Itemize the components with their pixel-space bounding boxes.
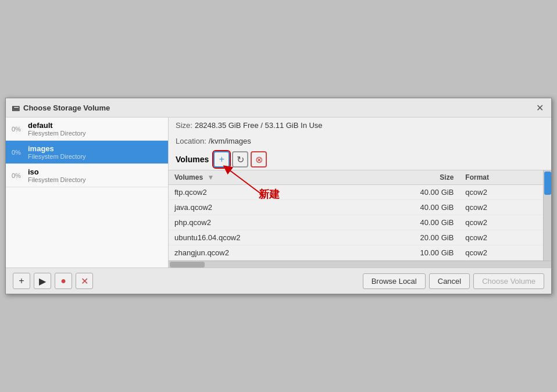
pool-item-default[interactable]: 0% default Filesystem Directory xyxy=(6,117,168,141)
pool-name-iso: iso xyxy=(28,168,86,176)
volume-name: java.qcow2 xyxy=(169,200,352,215)
pool-add-button[interactable]: + xyxy=(13,273,30,289)
volume-format: qcow2 xyxy=(459,185,543,200)
size-value: 28248.35 GiB Free / 53.11 GiB In Use xyxy=(195,121,323,130)
choose-volume-button[interactable]: Choose Volume xyxy=(473,273,544,289)
table-row[interactable]: ftp.qcow2 40.00 GiB qcow2 xyxy=(169,185,543,200)
refresh-button[interactable]: ↻ xyxy=(232,151,248,168)
col-format: Format xyxy=(459,170,543,185)
pool-item-images[interactable]: 0% images Filesystem Directory xyxy=(6,141,168,164)
location-row: Location: /kvm/images xyxy=(169,133,551,149)
dialog-title: Choose Storage Volume xyxy=(23,104,110,112)
location-value: /kvm/images xyxy=(209,137,251,145)
volume-size: 40.00 GiB xyxy=(352,200,459,215)
stop-pool-button[interactable]: ⊗ xyxy=(251,151,267,168)
browse-local-button[interactable]: Browse Local xyxy=(363,273,426,289)
table-row[interactable]: ubuntu16.04.qcow2 20.00 GiB qcow2 xyxy=(169,230,543,245)
pool-name-images: images xyxy=(28,144,86,153)
volume-name: zhangjun.qcow2 xyxy=(169,245,352,261)
volumes-label: Volumes xyxy=(176,155,209,164)
table-row[interactable]: java.qcow2 40.00 GiB qcow2 xyxy=(169,200,543,215)
horizontal-scrollbar[interactable] xyxy=(169,261,551,268)
bottom-right-buttons: Browse Local Cancel Choose Volume xyxy=(363,273,544,289)
pool-item-iso[interactable]: 0% iso Filesystem Directory xyxy=(6,164,168,187)
volume-name: ftp.qcow2 xyxy=(169,185,352,200)
volume-size: 40.00 GiB xyxy=(352,215,459,230)
choose-storage-volume-dialog: 🖴 Choose Storage Volume ✕ 0% default Fil… xyxy=(5,98,552,294)
table-row[interactable]: zhangjun.qcow2 10.00 GiB qcow2 xyxy=(169,245,543,261)
pool-name-default: default xyxy=(28,121,86,130)
pool-type-images: Filesystem Directory xyxy=(28,153,86,160)
volume-name: ubuntu16.04.qcow2 xyxy=(169,230,352,245)
volume-name: php.qcow2 xyxy=(169,215,352,230)
volume-format: qcow2 xyxy=(459,245,543,261)
volumes-data-table: Volumes ▼ Size Format ftp.qcow2 40.00 Gi… xyxy=(169,170,543,261)
horizontal-scrollbar-thumb xyxy=(170,262,205,268)
table-row[interactable]: php.qcow2 40.00 GiB qcow2 xyxy=(169,215,543,230)
bottom-left-buttons: + ▶ ● ✕ xyxy=(13,273,93,289)
pool-list: 0% default Filesystem Directory 0% image… xyxy=(6,117,169,268)
col-size: Size xyxy=(352,170,459,185)
volumes-table: Volumes ▼ Size Format ftp.qcow2 40.00 Gi… xyxy=(169,170,543,261)
col-volumes: Volumes ▼ xyxy=(169,170,352,185)
main-content: 0% default Filesystem Directory 0% image… xyxy=(6,117,551,268)
pool-stop-button[interactable]: ● xyxy=(55,273,72,289)
pool-percent-default: 0% xyxy=(12,126,28,133)
scrollbar-thumb xyxy=(544,172,551,195)
pool-remove-button[interactable]: ✕ xyxy=(76,273,93,289)
volumes-toolbar: Volumes + ↻ ⊗ xyxy=(169,149,551,170)
volume-format: qcow2 xyxy=(459,230,543,245)
pool-percent-iso: 0% xyxy=(12,172,28,179)
volume-format: qcow2 xyxy=(459,200,543,215)
volume-size: 10.00 GiB xyxy=(352,245,459,261)
volumes-area: Volumes ▼ Size Format ftp.qcow2 40.00 Gi… xyxy=(169,170,551,261)
size-row: Size: 28248.35 GiB Free / 53.11 GiB In U… xyxy=(169,117,551,133)
volume-format: qcow2 xyxy=(459,215,543,230)
titlebar: 🖴 Choose Storage Volume ✕ xyxy=(6,98,551,117)
add-volume-button[interactable]: + xyxy=(213,151,230,168)
volume-size: 20.00 GiB xyxy=(352,230,459,245)
pool-play-button[interactable]: ▶ xyxy=(34,273,51,289)
close-button[interactable]: ✕ xyxy=(534,102,545,113)
vertical-scrollbar[interactable] xyxy=(543,170,551,261)
bottom-bar: + ▶ ● ✕ Browse Local Cancel Choose Volum… xyxy=(6,268,551,294)
pool-percent-images: 0% xyxy=(12,149,28,156)
pool-type-iso: Filesystem Directory xyxy=(28,176,86,183)
cancel-button[interactable]: Cancel xyxy=(429,273,470,289)
volume-size: 40.00 GiB xyxy=(352,185,459,200)
size-label: Size: xyxy=(176,121,192,130)
right-panel: Size: 28248.35 GiB Free / 53.11 GiB In U… xyxy=(169,117,551,268)
pool-type-default: Filesystem Directory xyxy=(28,130,86,137)
title-icon: 🖴 xyxy=(12,103,20,112)
location-label: Location: xyxy=(176,137,206,145)
